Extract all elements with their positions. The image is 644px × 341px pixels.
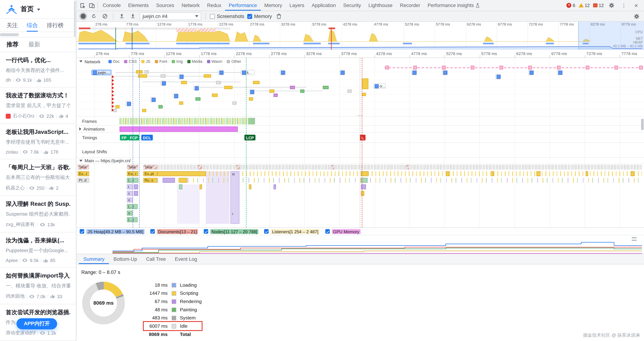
juejin-logo[interactable]	[6, 5, 17, 14]
console-errors-badge[interactable]: ✕6	[566, 3, 575, 8]
flame-bar[interactable]	[179, 178, 187, 183]
checkbox[interactable]	[80, 229, 84, 234]
article-author[interactable]: Aplee	[6, 258, 18, 263]
devtools-tab[interactable]: Network	[178, 0, 204, 10]
home-label[interactable]: 首页	[20, 5, 34, 14]
timeline-overview[interactable]: 278 ms778 ms1278 ms1778 ms2278 ms2778 ms…	[76, 22, 644, 50]
likes-icon[interactable]	[36, 78, 41, 82]
checkbox[interactable]	[325, 229, 330, 234]
article-card[interactable]: 如何替换满屏import导入... 一、模块重导 收放、结合并重... 鸡米园地…	[0, 268, 76, 304]
checkbox[interactable]	[247, 14, 252, 18]
network-request-bar[interactable]	[204, 74, 211, 78]
article-author[interactable]: 鸡米园地	[6, 293, 25, 299]
checkbox[interactable]	[150, 229, 155, 234]
profile-select[interactable]: juejin.cn #4	[140, 12, 201, 20]
article-card[interactable]: 老板让我用JavaScript... 李经理在使用飞书时无意中... ziola…	[0, 124, 76, 159]
network-request-bar[interactable]	[614, 66, 618, 70]
likes-icon[interactable]	[49, 186, 54, 190]
expand-icon[interactable]	[79, 127, 81, 130]
network-request-bar[interactable]	[218, 70, 224, 75]
load-profile-icon[interactable]	[118, 12, 126, 20]
network-request-bar[interactable]	[161, 80, 166, 86]
network-request-bar[interactable]	[362, 93, 366, 96]
screenshots-checkbox[interactable]: Screenshots	[210, 13, 244, 19]
network-request-bar[interactable]	[196, 97, 200, 100]
network-request-bar[interactable]	[385, 66, 389, 70]
network-request-bar[interactable]	[116, 72, 251, 73]
network-request-bar[interactable]	[112, 90, 114, 93]
counter-checkbox[interactable]: GPU Memory	[325, 229, 360, 234]
flame-bar[interactable]: Task	[143, 165, 158, 170]
flame-bar[interactable]	[406, 165, 410, 170]
article-title[interactable]: 一行代码，优化...	[6, 57, 70, 64]
article-title[interactable]: 汝为傀儡，吾来操纵(...	[6, 237, 70, 244]
devtools-tab[interactable]: Sources	[152, 0, 178, 10]
devtools-tab[interactable]: Elements	[124, 0, 152, 10]
animation-bar[interactable]	[120, 126, 238, 132]
overflow-indicator[interactable]: ...	[357, 111, 363, 117]
network-request-bar[interactable]: li...	[241, 70, 255, 75]
network-request-bar[interactable]	[116, 105, 120, 108]
article-title[interactable]: 老板让我用JavaScript...	[6, 128, 70, 136]
flame-bar[interactable]	[631, 171, 634, 176]
network-request-bar[interactable]	[178, 74, 184, 79]
article-title[interactable]: 首次尝试开发的浏览器插...	[6, 309, 70, 316]
inspect-icon[interactable]	[78, 1, 87, 10]
timing-marker[interactable]: L	[360, 135, 366, 140]
counter-checkbox[interactable]: JS Heap[49.2 MB – 90.5 MB]	[80, 229, 145, 234]
article-author[interactable]: 滑动变滚动的蜗牛	[6, 330, 35, 336]
article-card[interactable]: 一行代码，优化... 相信今天推荐的这个插件... dh 9.1k	[0, 52, 76, 88]
flame-bar[interactable]	[586, 171, 588, 176]
network-request-bar[interactable]	[145, 70, 149, 74]
chevron-down-icon[interactable]	[37, 9, 40, 10]
network-request-bar[interactable]	[112, 79, 114, 82]
network-request-bar[interactable]	[181, 81, 187, 84]
article-author[interactable]: dh	[6, 78, 11, 82]
flame-bar[interactable]	[134, 191, 138, 196]
flame-bar[interactable]	[157, 178, 642, 183]
devtools-tab[interactable]: Console	[99, 0, 124, 10]
devtools-tab[interactable]: Performance insights	[424, 0, 483, 10]
frames-bars[interactable]	[120, 118, 249, 124]
network-request-bar[interactable]	[249, 89, 254, 94]
feed-tab[interactable]: 推荐	[7, 41, 18, 48]
network-request-bar[interactable]	[270, 90, 274, 93]
flame-bar[interactable]	[274, 184, 276, 189]
save-profile-icon[interactable]	[128, 12, 137, 20]
network-request-bar[interactable]	[253, 81, 260, 84]
collapse-icon[interactable]	[79, 160, 82, 162]
flame-bar[interactable]	[536, 171, 540, 176]
details-tab[interactable]: Bottom-Up	[109, 254, 142, 264]
site-nav-tab[interactable]: 排行榜	[47, 19, 63, 32]
checkbox[interactable]	[264, 229, 269, 234]
network-request-bar[interactable]	[557, 70, 563, 75]
article-card[interactable]: 深入理解 React 的 Susp... Suspense 组件想必大家都用..…	[0, 196, 76, 232]
console-warnings-badge[interactable]: 12	[578, 3, 590, 8]
network-request-bar[interactable]	[280, 70, 286, 75]
flame-bar[interactable]: o	[127, 210, 133, 216]
network-request-bar[interactable]	[499, 66, 503, 70]
network-request-bar[interactable]	[112, 75, 114, 78]
network-request-bar[interactable]	[112, 105, 114, 108]
article-card[interactable]: 「每周只上一天班」谷歌... 在本周三公布的一份斯坦福大... 机器之心 250	[0, 159, 76, 196]
network-request-bar[interactable]: juejin....	[92, 70, 111, 75]
counter-checkbox[interactable]: Documents[13 – 21]	[150, 229, 198, 234]
flame-bar[interactable]	[491, 171, 494, 176]
article-title[interactable]: 「每周只上一天班」谷歌...	[6, 164, 70, 171]
network-request-bar[interactable]: cr...	[373, 83, 386, 89]
flame-bar[interactable]	[200, 184, 202, 189]
article-author[interactable]: ziolau	[6, 150, 18, 154]
network-request-bar[interactable]	[442, 70, 448, 75]
network-request-bar[interactable]	[112, 97, 114, 100]
article-author[interactable]: zxg_神说要有光	[6, 222, 35, 228]
network-request-bar[interactable]	[179, 102, 183, 105]
timing-marker[interactable]: DCL	[141, 135, 152, 140]
counters-chart[interactable]	[76, 235, 644, 254]
network-request-bar[interactable]	[249, 97, 253, 100]
tracks-scrollbar[interactable]	[641, 119, 644, 130]
network-request-bar[interactable]	[112, 82, 114, 86]
clear-icon[interactable]	[100, 12, 109, 20]
network-request-bar[interactable]	[348, 90, 352, 93]
devtools-tab[interactable]: Security	[340, 0, 365, 10]
flame-bar[interactable]	[134, 184, 138, 189]
